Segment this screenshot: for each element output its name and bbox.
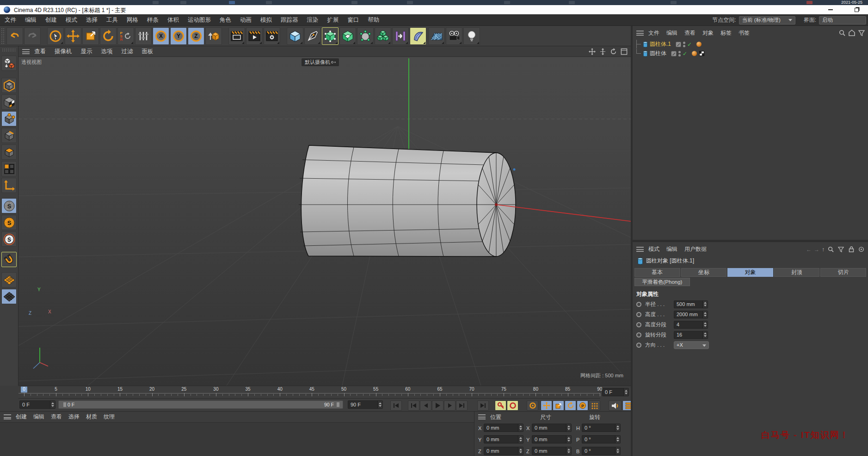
viewport-toggle-layout-icon[interactable]: [620, 48, 628, 56]
spline-pen-button[interactable]: [304, 27, 321, 45]
spinner[interactable]: [702, 311, 708, 318]
go-to-end-button[interactable]: [477, 400, 489, 411]
material-list-area[interactable]: [0, 423, 474, 456]
edit-toggle-icon[interactable]: [676, 42, 681, 47]
value-field[interactable]: 500 mm: [674, 300, 708, 308]
range-end-handle[interactable]: [337, 402, 338, 407]
spinner[interactable]: [702, 321, 708, 328]
viewport-menu-item-4[interactable]: 过滤: [122, 48, 133, 56]
ruler-frame-field[interactable]: 0 F: [602, 388, 629, 396]
record-scale-button[interactable]: [553, 400, 564, 411]
coordinate-system-button[interactable]: [205, 27, 222, 45]
redo-button[interactable]: [24, 27, 41, 45]
extrude-generator-button[interactable]: [339, 27, 356, 45]
material-menu-item-1[interactable]: 编辑: [33, 413, 44, 421]
om-menu-item-3[interactable]: 对象: [702, 29, 714, 37]
lock-x-axis-button[interactable]: X: [153, 27, 169, 45]
viewport-rotate-icon[interactable]: [609, 48, 617, 56]
play-sound-button[interactable]: [609, 400, 622, 411]
value-field[interactable]: 4: [674, 321, 708, 329]
main-menu-item-15[interactable]: 扩展: [327, 16, 339, 24]
enable-axis-button[interactable]: [1, 178, 17, 193]
polygon-mode-button[interactable]: [1, 144, 17, 160]
spinner[interactable]: [518, 436, 523, 443]
main-menu-item-16[interactable]: 窗口: [348, 16, 359, 24]
viewport-zoom-icon[interactable]: [599, 48, 607, 56]
om-menu-item-4[interactable]: 标签: [720, 29, 732, 37]
tab-0[interactable]: 基本: [634, 268, 680, 277]
live-selection-button[interactable]: [47, 27, 64, 45]
render-picture-viewer-button[interactable]: [246, 27, 263, 45]
material-menu-item-5[interactable]: 纹理: [104, 413, 115, 421]
target-icon[interactable]: [857, 245, 865, 253]
object-manager-menu-icon[interactable]: [636, 31, 644, 36]
main-menu-item-17[interactable]: 帮助: [368, 16, 380, 24]
animation-dot[interactable]: [636, 312, 641, 317]
main-menu-item-8[interactable]: 体积: [167, 16, 179, 24]
spinner[interactable]: [702, 331, 708, 338]
spinner[interactable]: [566, 436, 571, 443]
floor-button[interactable]: [428, 27, 445, 45]
attribute-menu-icon[interactable]: [636, 247, 644, 252]
history-forward-icon[interactable]: →: [814, 246, 819, 253]
filter-icon[interactable]: [857, 29, 865, 37]
om-menu-item-5[interactable]: 书签: [739, 29, 750, 37]
last-tool-psr-button[interactable]: PSR: [117, 27, 134, 45]
make-editable-button[interactable]: [1, 56, 17, 71]
spinner[interactable]: [50, 401, 55, 408]
orientation-dropdown[interactable]: +X: [674, 341, 709, 349]
coord-field-旋转-P[interactable]: 0 °: [582, 435, 621, 444]
record-pla-button[interactable]: [589, 400, 600, 411]
main-menu-item-7[interactable]: 样条: [147, 16, 159, 24]
next-frame-button[interactable]: [444, 400, 456, 411]
minimize-button[interactable]: [825, 6, 836, 13]
undo-button[interactable]: [6, 27, 23, 45]
range-start-handle[interactable]: [63, 402, 65, 407]
next-key-button[interactable]: [456, 400, 468, 411]
main-menu-item-11[interactable]: 动画: [240, 16, 252, 24]
viewport-pan-icon[interactable]: [588, 48, 596, 56]
cluster-generator-button[interactable]: [357, 27, 374, 45]
spinner[interactable]: [518, 447, 523, 455]
render-settings-button[interactable]: [264, 27, 280, 45]
animation-dot[interactable]: [636, 332, 641, 337]
main-menu-item-5[interactable]: 工具: [106, 16, 118, 24]
enabled-check-icon[interactable]: ✓: [683, 50, 687, 57]
sidebar-grip[interactable]: [2, 48, 16, 52]
tab-2[interactable]: 对象: [727, 268, 773, 277]
filter-icon[interactable]: [837, 245, 845, 253]
material-menu-item-0[interactable]: 创建: [16, 413, 27, 421]
value-field[interactable]: 2000 mm: [674, 311, 708, 319]
main-menu-item-0[interactable]: 文件: [5, 16, 16, 24]
visibility-dots[interactable]: [678, 51, 681, 56]
lock-y-axis-button[interactable]: Y: [170, 27, 187, 45]
tab-1[interactable]: 坐标: [681, 268, 727, 277]
coord-field-旋转-B[interactable]: 0 °: [582, 447, 621, 455]
previous-key-button[interactable]: [408, 400, 419, 411]
enable-snap-button[interactable]: S: [1, 198, 17, 213]
spinner[interactable]: [566, 447, 571, 455]
coord-field-位置-Y[interactable]: 0 mm: [484, 435, 523, 444]
enabled-check-icon[interactable]: ✓: [687, 41, 692, 48]
animation-dot[interactable]: [636, 302, 641, 307]
animation-dot[interactable]: [636, 343, 641, 348]
material-menu-item-2[interactable]: 查看: [51, 413, 62, 421]
search-icon[interactable]: [827, 245, 835, 253]
lock-workplane-button[interactable]: [1, 289, 17, 304]
viewport-menu-item-3[interactable]: 选项: [101, 48, 113, 56]
main-menu-item-2[interactable]: 创建: [45, 16, 57, 24]
phong-tag-icon[interactable]: [692, 51, 697, 56]
texture-mode-button[interactable]: [1, 94, 17, 110]
go-to-start-button[interactable]: [390, 400, 402, 411]
material-menu-item-4[interactable]: 材质: [86, 413, 97, 421]
timeline-ruler[interactable]: 051015202530354045505560657075808590: [18, 386, 600, 399]
home-icon[interactable]: [848, 29, 856, 37]
object-row-1[interactable]: 圆柱体✓: [636, 49, 704, 58]
value-field[interactable]: 16: [674, 331, 708, 339]
coordinates-swap-button[interactable]: [135, 27, 152, 45]
quantize-button[interactable]: S: [1, 231, 17, 247]
light-button[interactable]: [463, 27, 480, 45]
viewport-menu-item-0[interactable]: 查看: [34, 48, 46, 56]
current-frame-field[interactable]: 0 F: [19, 400, 55, 409]
coordinate-menu-icon[interactable]: [478, 414, 486, 419]
